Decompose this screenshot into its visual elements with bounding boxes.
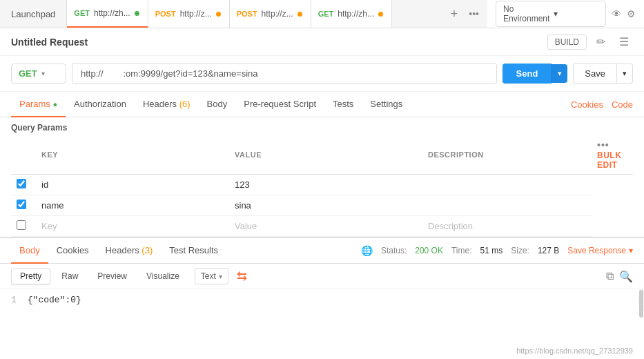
- row-new-checkbox[interactable]: [17, 220, 26, 230]
- visualize-button[interactable]: Visualize: [138, 269, 188, 284]
- tab-method-3: GET: [318, 10, 334, 18]
- cookies-link[interactable]: Cookies: [571, 99, 603, 110]
- row-0-value[interactable]: 123: [229, 175, 422, 195]
- request-title-bar: Untitled Request BUILD ✏ ☰: [0, 28, 644, 56]
- params-dot: ●: [52, 100, 57, 108]
- tab-pre-request[interactable]: Pre-request Script: [235, 92, 324, 117]
- tab-method-2: POST: [237, 10, 257, 18]
- tab-item-3[interactable]: GET http://zh...: [311, 0, 392, 28]
- row-new-desc-placeholder[interactable]: Description: [428, 221, 473, 231]
- response-tabs: Body Cookies Headers (3) Test Results 🌐 …: [0, 238, 644, 264]
- row-1-desc[interactable]: [422, 195, 592, 216]
- tab-authorization[interactable]: Authorization: [66, 92, 135, 117]
- request-title: Untitled Request: [11, 37, 88, 48]
- scrollbar-thumb[interactable]: [639, 290, 643, 318]
- method-selector[interactable]: GET ▾: [11, 64, 66, 84]
- row-new-value-placeholder[interactable]: Value: [235, 221, 257, 231]
- launchpad-tab[interactable]: Launchpad: [0, 0, 67, 28]
- tab-dot-1: [216, 12, 221, 17]
- url-input[interactable]: [72, 63, 497, 84]
- scrollbar-track[interactable]: [638, 289, 644, 311]
- tab-headers[interactable]: Headers (6): [135, 92, 199, 117]
- pretty-button[interactable]: Pretty: [11, 268, 50, 284]
- bulk-edit-button[interactable]: Bulk Edit: [597, 151, 621, 170]
- row-0-desc[interactable]: [422, 175, 592, 195]
- tab-dot-0: [135, 11, 139, 16]
- row-0-key[interactable]: id: [36, 175, 229, 195]
- save-response-chevron-icon: ▾: [629, 246, 633, 255]
- preview-button[interactable]: Preview: [89, 269, 135, 284]
- res-tab-headers[interactable]: Headers (3): [97, 238, 162, 264]
- row-1-checkbox[interactable]: [17, 200, 26, 209]
- response-toolbar: Pretty Raw Preview Visualize Text ▾ ⇆ ⧉ …: [0, 264, 644, 289]
- tab-url-3: http://zh...: [338, 9, 374, 19]
- res-tab-cookies[interactable]: Cookies: [48, 238, 97, 264]
- request-tabs: Params ● Authorization Headers (6) Body …: [0, 92, 644, 117]
- more-tabs-button[interactable]: •••: [466, 6, 482, 22]
- tab-body[interactable]: Body: [199, 92, 236, 117]
- tab-tests[interactable]: Tests: [324, 92, 362, 117]
- code-area: 1 {"code":0}: [0, 289, 644, 311]
- build-button[interactable]: BUILD: [547, 35, 587, 50]
- format-chevron-icon: ▾: [219, 273, 222, 280]
- table-options-icon[interactable]: •••: [597, 139, 609, 151]
- row-new-key-placeholder[interactable]: Key: [41, 221, 57, 231]
- tab-url-0: http://zh...: [94, 8, 130, 18]
- row-1-value[interactable]: sina: [229, 195, 422, 216]
- send-dropdown-button[interactable]: ▾: [552, 64, 567, 83]
- search-icon[interactable]: 🔍: [619, 270, 633, 283]
- table-row-new: Key Value Description: [11, 216, 633, 237]
- tab-method-0: GET: [74, 9, 90, 17]
- edit-icon[interactable]: ✏: [592, 34, 609, 50]
- env-label: No Environment: [503, 4, 549, 23]
- environment-selector[interactable]: No Environment ▾: [496, 1, 606, 27]
- table-row: name sina: [11, 195, 633, 216]
- response-section: Body Cookies Headers (3) Test Results 🌐 …: [0, 237, 644, 311]
- save-dropdown-button[interactable]: ▾: [617, 64, 633, 84]
- save-button[interactable]: Save: [573, 63, 617, 84]
- status-value: 200 OK: [415, 246, 443, 255]
- tab-method-1: POST: [155, 10, 176, 18]
- env-chevron-icon: ▾: [554, 9, 598, 19]
- row-1-key[interactable]: name: [36, 195, 229, 216]
- eye-icon[interactable]: 👁: [612, 8, 621, 19]
- tab-settings[interactable]: Settings: [362, 92, 411, 117]
- time-label: Time:: [451, 246, 472, 255]
- save-button-group: Save ▾: [573, 63, 633, 84]
- send-button-group: Send ▾: [502, 64, 568, 84]
- tab-dot-3: [378, 12, 383, 17]
- table-row: id 123: [11, 175, 633, 195]
- code-link[interactable]: Code: [612, 99, 633, 110]
- col-header-value: VALUE: [229, 135, 422, 175]
- row-0-checkbox[interactable]: [17, 179, 26, 188]
- footer-url: https://blog.csdn.net/qq_27312939: [516, 347, 633, 355]
- format-icon[interactable]: ⇆: [237, 269, 247, 284]
- col-header-desc: DESCRIPTION: [422, 135, 592, 175]
- tab-params[interactable]: Params ●: [11, 92, 66, 117]
- tab-url-1: http://z...: [180, 9, 212, 19]
- tab-item-1[interactable]: POST http://z...: [148, 0, 230, 28]
- res-tab-test-results[interactable]: Test Results: [161, 238, 226, 264]
- new-tab-button[interactable]: +: [448, 4, 461, 24]
- tab-item-2[interactable]: POST http://z...: [230, 0, 311, 28]
- send-button[interactable]: Send: [502, 64, 552, 84]
- copy-icon[interactable]: ⧉: [606, 270, 614, 283]
- response-body: 1 {"code":0}: [0, 289, 644, 311]
- params-table: KEY VALUE DESCRIPTION ••• Bulk Edit id 1…: [11, 135, 633, 237]
- notes-icon[interactable]: ☰: [615, 34, 633, 50]
- res-tab-body[interactable]: Body: [11, 238, 48, 264]
- headers-badge: (6): [179, 99, 191, 109]
- tab-item-0[interactable]: GET http://zh...: [67, 0, 148, 28]
- line-number-1: 1: [11, 295, 17, 305]
- format-selector[interactable]: Text ▾: [195, 268, 228, 284]
- time-value: 51 ms: [480, 246, 503, 255]
- status-label: Status:: [381, 246, 407, 255]
- col-header-key: KEY: [36, 135, 229, 175]
- url-bar: GET ▾ Send ▾ Save ▾: [0, 56, 644, 92]
- query-params-section: Query Params KEY VALUE DESCRIPTION ••• B…: [0, 117, 644, 237]
- save-response-button[interactable]: Save Response ▾: [567, 246, 633, 255]
- col-header-actions: ••• Bulk Edit: [592, 135, 633, 175]
- method-label: GET: [19, 68, 37, 79]
- settings-icon[interactable]: ⚙: [627, 8, 636, 19]
- raw-button[interactable]: Raw: [53, 269, 86, 284]
